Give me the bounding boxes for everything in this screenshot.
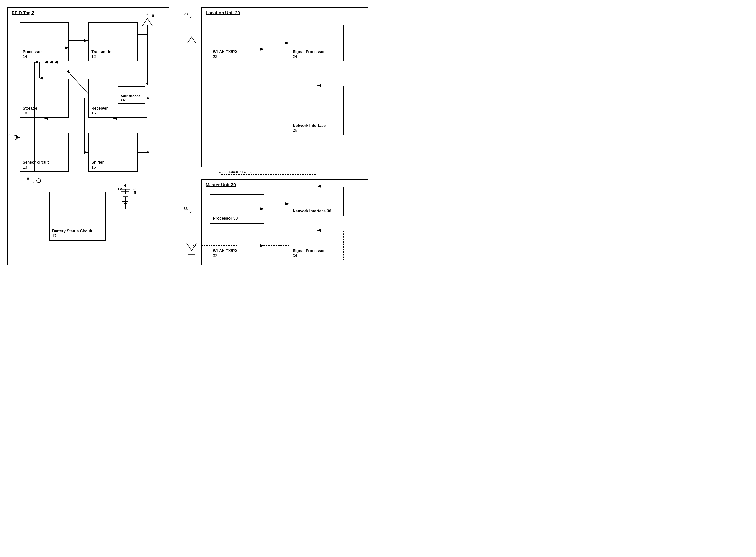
svg-marker-49 (187, 37, 196, 44)
mu-sigproc-title: Signal Processor (293, 248, 341, 254)
master-unit-label: Master Unit 30 (206, 182, 236, 187)
receiver-block: Receiver 16 Addr decode 16A (88, 79, 147, 118)
battery-number: 17 (52, 234, 103, 238)
storage-block: Storage 18 (20, 79, 69, 118)
rfid-tag-label: RFID Tag 2 (11, 10, 34, 16)
sniffer-block: Sniffer 16 (88, 133, 138, 172)
other-location-units-label: Other Location Units (219, 170, 252, 174)
diagram: RFID Tag 2 Location Unit 20 Master Unit … (0, 0, 378, 278)
storage-number: 18 (23, 111, 66, 115)
lu-wlan-number: 22 (213, 55, 261, 59)
processor-number: 14 (23, 55, 66, 59)
addr-decode-number: 16A (121, 98, 142, 101)
lu-netiface-block: Network Interface 26 (290, 86, 344, 135)
mu-netiface-title: Network Interface 36 (293, 209, 341, 214)
lu-sigproc-number: 24 (293, 55, 341, 59)
processor-block: Processor 14 (20, 22, 69, 61)
lu-wlan-block: WLAN TX/RX 22 (210, 25, 264, 61)
sensor-block: Sensor circuit 13 (20, 133, 69, 172)
mu-proc-number: 38 (233, 216, 238, 221)
mu-processor-block: Processor 38 (210, 194, 264, 224)
mu-wlan-title: WLAN TX/RX (213, 248, 261, 254)
circle-node-7 (13, 135, 18, 140)
master-unit-number: 30 (231, 182, 236, 187)
lu-netiface-number: 26 (293, 128, 341, 133)
receiver-title: Receiver (91, 106, 144, 111)
antenna-23-arrow: ↙ (190, 15, 192, 19)
rfid-tag-number: 2 (32, 10, 34, 15)
lu-sigproc-block: Signal Processor 24 (290, 25, 344, 61)
antenna-33-label: 33 (184, 206, 188, 211)
master-unit-text: Master Unit (206, 182, 231, 187)
location-unit-number: 20 (235, 10, 240, 15)
battery-5-arrow: ↙ (133, 187, 136, 191)
lu-sigproc-title: Signal Processor (293, 49, 341, 55)
circle-node-9 (36, 178, 41, 183)
battery-5-label: 5 (134, 190, 136, 195)
processor-title: Processor (23, 49, 66, 55)
svg-marker-59 (187, 243, 196, 251)
node-9-label: 9 (27, 176, 29, 181)
plus-v-label: +V (117, 187, 122, 191)
lu-netiface-title: Network Interface (293, 123, 341, 128)
mu-sigproc-block: Signal Processor 34 (290, 231, 344, 260)
antenna-6-label: 6 (152, 13, 154, 18)
storage-title: Storage (23, 106, 66, 111)
mu-netiface-block: Network Interface 36 (290, 187, 344, 216)
antenna-33-arrow: ↙ (190, 210, 192, 214)
mu-wlan-block: WLAN TX/RX 32 (210, 231, 264, 260)
antenna-6-arrow: ↙ (146, 12, 149, 16)
battery-block: Battery Status Circuit 17 (49, 192, 105, 241)
rfid-tag-text: RFID Tag (11, 10, 32, 15)
lu-wlan-title: WLAN TX/RX (213, 49, 261, 55)
mu-netiface-number: 36 (327, 209, 331, 213)
transmitter-title: Transmitter (91, 49, 134, 55)
node-9-arrow: → (31, 180, 35, 184)
antenna-23-label: 23 (184, 12, 188, 16)
node-7-label: 7 (8, 133, 10, 137)
receiver-number: 16 (91, 111, 144, 115)
transmitter-number: 12 (91, 55, 134, 59)
sniffer-title: Sniffer (91, 160, 134, 165)
location-unit-label: Location Unit 20 (206, 10, 240, 16)
sensor-number: 13 (23, 165, 66, 170)
mu-sigproc-number: 34 (293, 254, 341, 258)
sensor-title: Sensor circuit (23, 160, 66, 165)
mu-proc-title: Processor 38 (213, 216, 261, 221)
addr-decode-block: Addr decode 16A (118, 87, 145, 104)
transmitter-block: Transmitter 12 (88, 22, 138, 61)
location-unit-text: Location Unit (206, 10, 235, 15)
mu-wlan-number: 32 (213, 254, 261, 258)
sniffer-number: 16 (91, 165, 134, 170)
addr-decode-title: Addr decode (121, 94, 142, 98)
battery-title: Battery Status Circuit (52, 229, 103, 234)
